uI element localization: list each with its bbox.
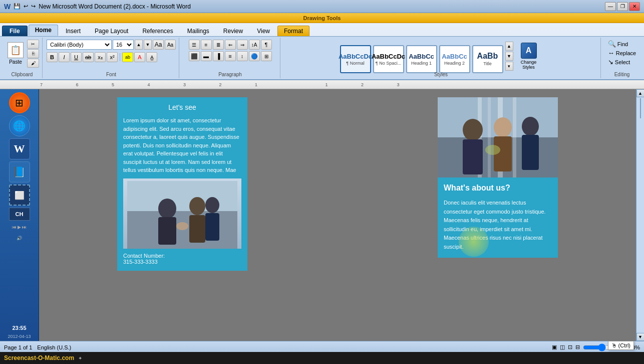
font-size-select[interactable]: 16 (113, 40, 134, 50)
document-area[interactable]: Let's see Lorem ipsum dolor sit amet, co… (39, 89, 636, 341)
replace-button[interactable]: ↔ Replace (607, 49, 637, 57)
italic-button[interactable]: I (59, 52, 70, 62)
tab-view[interactable]: View (250, 26, 276, 36)
media-controls: ⏮ ▶ ⏭ (9, 223, 30, 232)
tab-file[interactable]: File (2, 26, 28, 36)
right-card[interactable]: What's about us? Donec iaculis elit vene… (438, 97, 558, 258)
internet-explorer-icon[interactable]: 🌐 (9, 115, 30, 136)
font-name-select[interactable]: Calibri (Body) (47, 40, 112, 50)
taskbar-icon-4[interactable]: 📘 (9, 161, 30, 183)
increase-indent-button[interactable]: ⇒ (237, 40, 248, 50)
quick-access-undo[interactable]: ↩ (24, 3, 28, 10)
bold-button[interactable]: B (47, 52, 58, 62)
svg-rect-3 (158, 217, 176, 245)
svg-point-19 (522, 117, 539, 136)
minimize-button[interactable]: — (605, 2, 616, 11)
style-normal[interactable]: AaBbCcDc ¶ Normal (340, 45, 371, 73)
align-right-button[interactable]: ▐ (213, 51, 224, 61)
select-button[interactable]: ↘ Select (607, 58, 637, 66)
scroll-down-button[interactable]: ▼ (636, 333, 645, 341)
find-button[interactable]: 🔍 Find (607, 40, 637, 48)
tab-references[interactable]: References (136, 26, 179, 36)
shading-button[interactable]: 🔵 (249, 51, 260, 61)
paste-icon: 📋 (8, 42, 24, 58)
taskbar-icon-4-glyph: 📘 (13, 166, 26, 178)
tab-review[interactable]: Review (217, 26, 249, 36)
justify-button[interactable]: ≡ (225, 51, 236, 61)
text-effect-button[interactable]: A̲ (146, 52, 157, 62)
clipboard-small-buttons: ✂ ⎘ 🖌 (27, 40, 39, 68)
styles-up-arrow[interactable]: ▲ (505, 42, 513, 51)
font-color-button[interactable]: A (134, 52, 145, 62)
bullets-button[interactable]: ☰ (189, 40, 200, 50)
scroll-thumb[interactable] (640, 98, 641, 118)
style-heading1[interactable]: AaBbCc Heading 1 (406, 45, 437, 73)
restore-button[interactable]: ❐ (617, 2, 628, 11)
style-title[interactable]: AaBb Title (472, 45, 503, 73)
quick-access-redo[interactable]: ↪ (31, 3, 36, 10)
close-button[interactable]: ✕ (629, 2, 640, 11)
view-normal-icon[interactable]: ▣ (552, 344, 557, 350)
taskbar-icon-5[interactable]: ⬜ (9, 185, 30, 206)
decrease-indent-button[interactable]: ⇐ (225, 40, 236, 50)
tab-mailings[interactable]: Mailings (181, 26, 216, 36)
left-card[interactable]: Let's see Lorem ipsum dolor sit amet, co… (117, 97, 247, 271)
multilevel-list-button[interactable]: ≣ (213, 40, 224, 50)
ruler: 7 6 5 4 3 2 1 1 2 3 (0, 80, 644, 89)
cut-button[interactable]: ✂ (27, 40, 39, 49)
play-button[interactable]: ▶ (18, 225, 21, 230)
styles-down-arrow[interactable]: ▼ (505, 52, 513, 61)
view-outline-icon[interactable]: ⊟ (575, 344, 580, 350)
font-size-decrease[interactable]: ▼ (144, 40, 152, 50)
numbering-button[interactable]: ≡ (201, 40, 212, 50)
tab-format[interactable]: Format (277, 26, 309, 36)
svg-rect-16 (463, 139, 483, 174)
title-bar-left: W 💾 ↩ ↪ New Microsoft Word Document (2).… (4, 3, 191, 11)
taskbar-ch-icon[interactable]: CH (9, 208, 30, 221)
left-card-title: Let's see (123, 103, 241, 111)
windows-start-button[interactable]: ⊞ (9, 92, 30, 113)
align-center-button[interactable]: ▬ (201, 51, 212, 61)
superscript-button[interactable]: x² (107, 52, 118, 62)
svg-point-2 (158, 199, 176, 219)
next-button[interactable]: ⏭ (22, 225, 27, 230)
show-formatting-button[interactable]: ¶ (261, 40, 272, 50)
text-highlight-button[interactable]: ab (122, 52, 133, 62)
view-reader-icon[interactable]: ⊡ (568, 344, 572, 350)
copy-button[interactable]: ⎘ (27, 49, 39, 58)
prev-button[interactable]: ⏮ (12, 225, 17, 230)
find-icon: 🔍 (608, 40, 616, 48)
underline-button[interactable]: U (71, 52, 82, 62)
view-web-icon[interactable]: ◫ (560, 344, 565, 350)
quick-access-save[interactable]: 💾 (14, 3, 21, 10)
line-spacing-button[interactable]: ↕ (237, 51, 248, 61)
style-heading2-preview: AaBbCc (442, 53, 467, 60)
select-icon: ↘ (608, 58, 613, 66)
volume-controls: 🔊 (9, 234, 30, 243)
change-styles-button[interactable]: A ChangeStyles (515, 41, 542, 72)
word-taskbar-icon[interactable]: W (9, 138, 30, 159)
page-total: 1 (29, 344, 32, 350)
styles-expand-arrow[interactable]: ▾ (505, 62, 513, 71)
style-no-spacing[interactable]: AaBbCcDc ¶ No Spaci... (373, 45, 404, 73)
strikethrough-button[interactable]: ab (83, 52, 94, 62)
paste-button[interactable]: 📋 Paste (5, 40, 26, 67)
svg-rect-7 (205, 213, 219, 241)
style-no-spacing-label: ¶ No Spaci... (376, 61, 401, 66)
format-painter-button[interactable]: 🖌 (27, 59, 39, 68)
clear-formatting-button[interactable]: Aa (153, 40, 164, 50)
select-label: Select (615, 59, 630, 65)
language-indicator[interactable]: English (U.S.) (37, 344, 71, 350)
tab-insert[interactable]: Insert (59, 26, 87, 36)
borders-button[interactable]: ⊞ (261, 51, 272, 61)
scroll-up-button[interactable]: ▲ (636, 89, 645, 97)
style-heading2[interactable]: AaBbCc Heading 2 (439, 45, 470, 73)
font-size-increase[interactable]: ▲ (135, 40, 143, 50)
sort-button[interactable]: ↕A (249, 40, 260, 50)
tab-page-layout[interactable]: Page Layout (88, 26, 135, 36)
change-case-button[interactable]: Aa (165, 40, 176, 50)
tab-home[interactable]: Home (29, 25, 58, 36)
subscript-button[interactable]: x₂ (95, 52, 106, 62)
align-left-button[interactable]: ⬛ (189, 51, 200, 61)
ctrl-tooltip: 🖱 (Ctrl) (608, 341, 634, 350)
